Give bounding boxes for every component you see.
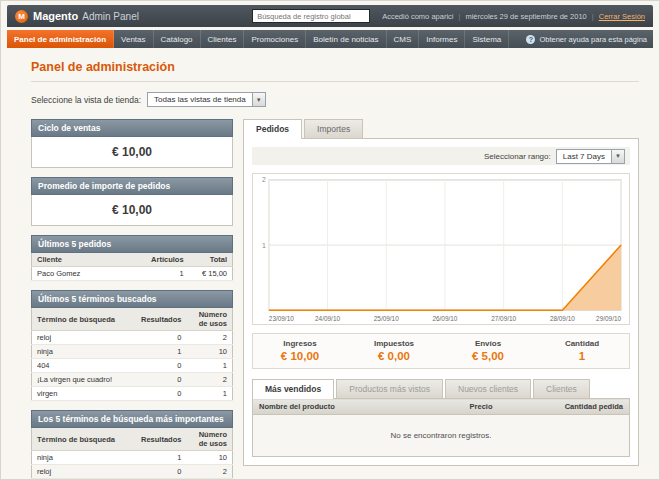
empty-message: No se encontraron registros. <box>253 415 630 457</box>
nav-item-ventas[interactable]: Ventas <box>114 30 153 48</box>
column-header: Resultados <box>136 428 186 451</box>
nav-item-clientes[interactable]: Clientes <box>201 30 245 48</box>
nav-item-boletin[interactable]: Boletín de noticias <box>306 30 386 48</box>
table-cell: 0 <box>136 387 186 401</box>
table-row[interactable]: virgen01 <box>32 387 233 401</box>
stat-envios: Envíos € 5,00 <box>441 339 535 362</box>
column-header: Número de usos <box>186 428 232 451</box>
magento-logo-icon: M <box>15 10 28 23</box>
column-header: Término de búsqueda <box>32 428 137 451</box>
stat-cantidad: Cantidad 1 <box>535 339 629 362</box>
header-date: miércoles 29 de septiembre de 2010 <box>453 12 586 21</box>
tab-mas-vendidos[interactable]: Más vendidos <box>252 379 334 399</box>
tab-importes[interactable]: Importes <box>304 119 363 138</box>
dashboard-main: Pedidos Importes Seleccionar rango: Last… <box>243 119 639 480</box>
table-row[interactable]: 40401 <box>32 359 233 373</box>
lifetime-sales-value: € 10,00 <box>31 137 233 168</box>
stat-impuestos: Impuestos € 0,00 <box>347 339 441 362</box>
stat-value: € 10,00 <box>253 350 347 362</box>
average-orders-value: € 10,00 <box>31 195 233 226</box>
stat-ingresos: Ingresos € 10,00 <box>253 339 347 362</box>
help-label: Obtener ayuda para esta página <box>539 35 647 44</box>
table-cell: € 15,00 <box>189 267 233 281</box>
page-help-link[interactable]: ? Obtener ayuda para esta página <box>526 30 647 48</box>
column-header: Nombre del producto <box>253 399 464 415</box>
range-label: Seleccionar rango: <box>484 152 551 161</box>
dashboard-sidebar: Ciclo de ventas € 10,00 Promedio de impo… <box>31 119 233 480</box>
help-icon: ? <box>526 35 535 44</box>
table-header-row: Término de búsquedaResultadosNúmero de u… <box>32 308 233 331</box>
brand-suffix: Admin Panel <box>82 11 139 22</box>
svg-text:2: 2 <box>262 176 266 183</box>
column-header: Número de usos <box>186 308 232 331</box>
table-row[interactable]: ¡La virgen que cuadro!02 <box>32 373 233 387</box>
logout-link[interactable]: Cerrar Sesión <box>587 12 645 21</box>
tab-pedidos[interactable]: Pedidos <box>243 119 302 139</box>
box-last-orders-title: Últimos 5 pedidos <box>31 235 233 253</box>
table-row[interactable]: reloj02 <box>32 465 233 479</box>
svg-text:1: 1 <box>262 242 266 249</box>
nav-item-sistema[interactable]: Sistema <box>465 30 509 48</box>
svg-text:25/09/10: 25/09/10 <box>374 315 399 322</box>
orders-chart: 1223/09/1024/09/1025/09/1026/09/1027/09/… <box>252 173 630 325</box>
nav-item-informes[interactable]: Informes <box>419 30 465 48</box>
last-search-terms-table: Término de búsquedaResultadosNúmero de u… <box>31 308 233 401</box>
chevron-down-icon: ▼ <box>252 93 265 106</box>
stat-value: € 5,00 <box>441 350 535 362</box>
totals-bar: Ingresos € 10,00 Impuestos € 0,00 Envíos… <box>252 333 630 369</box>
main-nav: Panel de administración Ventas Catálogo … <box>7 30 653 48</box>
box-last-orders: Últimos 5 pedidos ClienteArtículosTotalP… <box>31 235 233 281</box>
stat-label: Ingresos <box>253 339 347 348</box>
table-cell: 0 <box>136 331 186 345</box>
logged-in-as: Accedió como aparici <box>382 12 453 21</box>
orders-chart-svg: 1223/09/1024/09/1025/09/1026/09/1027/09/… <box>253 174 629 324</box>
table-cell: 1 <box>186 387 232 401</box>
svg-text:29/09/10: 29/09/10 <box>596 315 621 322</box>
table-cell: ninja <box>32 451 137 465</box>
range-select[interactable]: Last 7 Days ▼ <box>556 149 625 164</box>
nav-item-promociones[interactable]: Promociones <box>244 30 306 48</box>
bestsellers-table: Nombre del productoPrecioCantidad pedida… <box>252 398 630 457</box>
box-average-orders-title: Promedio de importe de pedidos <box>31 177 233 195</box>
table-row[interactable]: reloj02 <box>32 331 233 345</box>
brand-name: Magento <box>33 10 78 22</box>
tab-clientes[interactable]: Clientes <box>533 379 590 398</box>
tab-productos-mas-vistos[interactable]: Productos más vistos <box>336 379 443 398</box>
last-orders-table: ClienteArtículosTotalPaco Gomez1€ 15,00 <box>31 253 233 281</box>
diagram-tabs: Pedidos Importes <box>243 119 639 138</box>
nav-item-dashboard[interactable]: Panel de administración <box>7 30 114 48</box>
box-lifetime-sales: Ciclo de ventas € 10,00 <box>31 119 233 168</box>
table-cell: 404 <box>32 359 137 373</box>
table-cell: Paco Gomez <box>32 267 137 281</box>
nav-item-cms[interactable]: CMS <box>387 30 420 48</box>
table-cell: 0 <box>136 465 186 479</box>
page-content: Panel de administración Seleccione la vi… <box>7 48 653 480</box>
column-header: Artículos <box>136 253 189 267</box>
table-row[interactable]: Paco Gomez1€ 15,00 <box>32 267 233 281</box>
box-last-search-terms-title: Últimos 5 términos buscados <box>31 290 233 308</box>
stat-label: Impuestos <box>347 339 441 348</box>
svg-text:23/09/10: 23/09/10 <box>269 315 294 322</box>
store-view-switcher: Seleccione la vista de tienda: Todas las… <box>31 92 639 107</box>
store-view-select[interactable]: Todas las vistas de tienda ▼ <box>147 92 266 107</box>
table-cell: 0 <box>136 373 186 387</box>
nav-item-catalogo[interactable]: Catálogo <box>154 30 201 48</box>
table-row[interactable]: ninja110 <box>32 451 233 465</box>
range-selector-row: Seleccionar rango: Last 7 Days ▼ <box>252 147 630 165</box>
column-header: Total <box>189 253 233 267</box>
table-cell: virgen <box>32 387 137 401</box>
global-search-input[interactable] <box>252 9 370 23</box>
empty-row: No se encontraron registros. <box>253 415 630 457</box>
svg-text:27/09/10: 27/09/10 <box>491 315 516 322</box>
svg-text:28/09/10: 28/09/10 <box>550 315 575 322</box>
column-header: Resultados <box>136 308 186 331</box>
table-cell: 10 <box>186 451 232 465</box>
table-cell: 2 <box>186 465 232 479</box>
column-header: Precio <box>464 399 539 415</box>
table-cell: 1 <box>136 451 186 465</box>
box-lifetime-sales-title: Ciclo de ventas <box>31 119 233 137</box>
tab-nuevos-clientes[interactable]: Nuevos clientes <box>445 379 531 398</box>
table-cell: ninja <box>32 345 137 359</box>
table-row[interactable]: ninja110 <box>32 345 233 359</box>
table-cell: ¡La virgen que cuadro! <box>32 373 137 387</box>
